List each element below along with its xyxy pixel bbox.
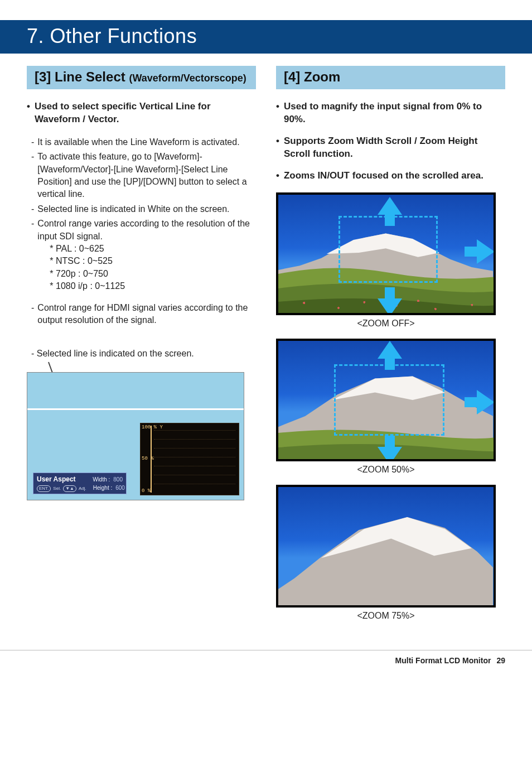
zoom-caption: <ZOOM 50%> <box>276 461 496 481</box>
lead-bullet: Used to select specific Vertical Line fo… <box>35 100 254 126</box>
arrow-up-icon <box>378 341 402 359</box>
zoom-caption: <ZOOM OFF> <box>276 315 496 335</box>
zoom-50-image <box>276 339 496 461</box>
arrow-up-icon <box>378 197 402 215</box>
arrow-down-icon <box>378 298 402 315</box>
footer-page-number: 29 <box>496 656 505 665</box>
adj-hint: Adj. <box>79 486 86 491</box>
osd-height-value: 600 <box>115 484 125 491</box>
column-right: [4] Zoom Used to magnify the input signa… <box>276 66 505 631</box>
zoom-bullet: Supports Zoom Width Scroll / Zoom Height… <box>284 135 503 161</box>
wave-label-0: 0 % <box>142 488 151 494</box>
zoom-region-box <box>334 364 444 436</box>
screen-caption: - Selected line is indicated on the scre… <box>31 349 256 359</box>
lead-bullet-list: Used to select specific Vertical Line fo… <box>27 100 256 126</box>
subheading-paren: (Waveform/Vectorscope) <box>129 73 246 84</box>
sub-item: To activate this feature, go to [Wavefor… <box>37 151 256 201</box>
range-item: NTSC : 0~525 <box>50 255 256 267</box>
zoom-off-figure: <ZOOM OFF> <box>276 192 496 335</box>
osd-title: User Aspect <box>37 475 76 484</box>
sel-hint: Sel. <box>53 486 61 491</box>
zoom-bullet: Used to magnify the input signal from 0%… <box>284 100 503 126</box>
arrow-down-icon <box>378 447 402 461</box>
page: 7. Other Functions [3] Line Select (Wave… <box>0 0 532 698</box>
selected-line-indicator <box>27 408 244 410</box>
range-item: 1080 i/p : 0~1125 <box>50 280 256 292</box>
osd-height-label: Height : <box>93 484 112 491</box>
zoom-bullets: Used to magnify the input signal from 0%… <box>276 100 505 182</box>
monitor-screen: 100 % Y 50 % 0 % User Aspect <box>27 372 244 500</box>
zoom-off-image <box>276 192 496 315</box>
zoom-caption: <ZOOM 75%> <box>276 607 496 628</box>
arrow-right-icon <box>477 239 495 264</box>
subheading-zoom: [4] Zoom <box>276 66 505 89</box>
wave-label-100: 100 % Y <box>142 425 163 430</box>
osd-width-value: 800 <box>113 476 123 483</box>
hdmi-note-list: Control range for HDMI signal varies acc… <box>31 302 256 327</box>
zoom-75-image <box>276 485 496 607</box>
wave-label-50: 50 % <box>142 456 154 461</box>
subheading-line-select: [3] Line Select (Waveform/Vectorscope) <box>27 66 256 89</box>
zoom-region-box <box>338 216 438 283</box>
range-item: PAL : 0~625 <box>50 243 256 255</box>
zoom-75-figure: <ZOOM 75%> <box>276 485 496 628</box>
arrow-right-icon <box>477 390 495 414</box>
chapter-title-bar: 7. Other Functions <box>0 20 532 54</box>
columns: [3] Line Select (Waveform/Vectorscope) U… <box>27 66 505 631</box>
footer-product: Multi Format LCD Monitor <box>395 656 491 665</box>
osd-overlay: User Aspect Width : 800 ENT. Sel. ▼▲ Adj… <box>33 472 127 494</box>
arrows-pill: ▼▲ <box>63 485 76 492</box>
range-list: PAL : 0~625 NTSC : 0~525 720p : 0~750 10… <box>37 243 256 293</box>
mountain-icon <box>278 487 493 605</box>
zoom-bullet: Zooms IN/OUT focused on the scrolled are… <box>284 170 483 182</box>
hdmi-note: Control range for HDMI signal varies acc… <box>37 302 256 327</box>
sub-item: It is available when the Line Waveform i… <box>37 136 239 148</box>
osd-width-label: Width : <box>93 476 110 483</box>
zoom-50-figure: <ZOOM 50%> <box>276 339 496 481</box>
subheading-main: [3] Line Select <box>35 69 125 84</box>
sub-item: Control range varies according to the re… <box>37 219 250 240</box>
osd-hint: ENT. Sel. ▼▲ Adj. <box>37 485 86 492</box>
range-item: 720p : 0~750 <box>50 268 256 280</box>
column-left: [3] Line Select (Waveform/Vectorscope) U… <box>27 66 256 631</box>
line-select-figure: 100 % Y 50 % 0 % User Aspect <box>27 362 244 500</box>
sub-item: Selected line is indicated in White on t… <box>37 203 229 215</box>
chapter-title: 7. Other Functions <box>0 25 532 48</box>
waveform-overlay: 100 % Y 50 % 0 % <box>140 423 239 495</box>
sublist-line-select: It is available when the Line Waveform i… <box>31 136 256 293</box>
ent-pill: ENT. <box>37 485 51 492</box>
page-footer: Multi Format LCD Monitor 29 <box>0 650 532 665</box>
